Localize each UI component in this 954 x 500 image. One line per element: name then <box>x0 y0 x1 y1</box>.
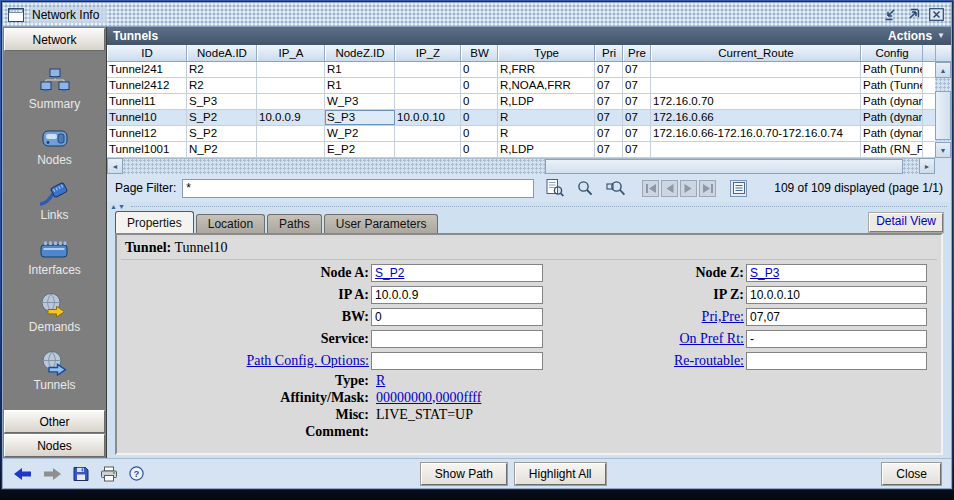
table-cell[interactable] <box>257 142 325 157</box>
table-cell[interactable]: Tunnel10 <box>107 110 187 125</box>
property-label-pri-pre[interactable]: Pri,Pre: <box>549 309 746 325</box>
table-cell[interactable]: S_P3 <box>187 94 257 109</box>
table-cell[interactable]: 0 <box>461 62 498 77</box>
table-cell[interactable]: 07 <box>623 126 651 141</box>
detail-view-button[interactable]: Detail View <box>869 213 943 232</box>
table-cell[interactable]: 07 <box>595 78 623 93</box>
table-cell[interactable]: 07 <box>595 142 623 157</box>
table-cell[interactable]: Path (dynam <box>861 94 923 109</box>
table-cell[interactable] <box>257 94 325 109</box>
zoom-area-button[interactable] <box>604 178 626 198</box>
last-page-button[interactable] <box>699 180 716 197</box>
table-row-tunnel1001[interactable]: Tunnel1001N_P2E_P20R,LDP0707Path (RN_P <box>107 142 935 158</box>
table-cell[interactable]: R <box>498 110 595 125</box>
table-cell[interactable]: N_P2 <box>187 142 257 157</box>
property-field-ip-z[interactable]: 10.0.0.10 <box>746 286 927 304</box>
close-button[interactable]: Close <box>882 463 941 485</box>
page-filter-input[interactable] <box>182 179 534 198</box>
table-cell[interactable]: 0 <box>461 126 498 141</box>
zoom-button[interactable] <box>574 178 596 198</box>
horizontal-scroll-thumb[interactable] <box>545 159 903 174</box>
table-cell[interactable]: Tunnel241 <box>107 62 187 77</box>
split-pane-divider[interactable]: ▲▼ <box>107 202 951 210</box>
tab-paths[interactable]: Paths <box>267 214 322 233</box>
table-cell[interactable]: 07 <box>623 62 651 77</box>
sidebar-item-links[interactable]: Links <box>40 182 70 222</box>
table-cell[interactable]: Path (Tunne <box>861 62 923 77</box>
column-header-pri[interactable]: Pri <box>595 45 623 61</box>
tab-user-parameters[interactable]: User Parameters <box>324 214 439 233</box>
table-cell[interactable]: Path (dynam <box>861 110 923 125</box>
column-header-current-route[interactable]: Current_Route <box>651 45 861 61</box>
table-cell[interactable]: S_P2 <box>187 110 257 125</box>
table-cell[interactable] <box>395 94 461 109</box>
highlight-all-button[interactable]: Highlight All <box>515 463 606 485</box>
column-header-nodez-id[interactable]: NodeZ.ID <box>325 45 395 61</box>
table-cell[interactable]: Tunnel1001 <box>107 142 187 157</box>
sidebar-item-nodes[interactable]: Nodes <box>37 127 72 167</box>
table-cell[interactable]: W_P2 <box>325 126 395 141</box>
column-header-type[interactable]: Type <box>498 45 595 61</box>
table-row-tunnel12[interactable]: Tunnel12S_P2W_P20R0707172.16.0.66-172.16… <box>107 126 935 142</box>
property-field-service[interactable] <box>371 330 543 348</box>
table-cell[interactable]: 07 <box>595 110 623 125</box>
column-header-ip-a[interactable]: IP_A <box>257 45 325 61</box>
table-cell[interactable]: 172.16.0.66 <box>651 110 861 125</box>
table-cell[interactable] <box>257 78 325 93</box>
show-path-button[interactable]: Show Path <box>421 463 507 485</box>
maximize-button[interactable] <box>903 6 923 23</box>
property-field-bw[interactable]: 0 <box>371 308 543 326</box>
forward-button[interactable] <box>43 467 62 481</box>
back-button[interactable] <box>13 467 32 481</box>
list-view-button[interactable] <box>730 180 747 197</box>
property-field-node-a[interactable]: S_P2 <box>371 264 543 282</box>
table-cell[interactable]: 10.0.0.9 <box>257 110 325 125</box>
table-cell[interactable]: Path (RN_P <box>861 142 923 157</box>
property-label-path-config-options[interactable]: Path Config. Options: <box>121 353 371 369</box>
table-cell[interactable]: Tunnel2412 <box>107 78 187 93</box>
property-field-on-pref-rt[interactable]: - <box>746 330 927 348</box>
property-value-link[interactable]: S_P3 <box>750 266 779 280</box>
table-cell[interactable]: 07 <box>595 126 623 141</box>
table-cell[interactable]: R2 <box>187 62 257 77</box>
table-cell[interactable]: R <box>498 126 595 141</box>
actions-menu-button[interactable]: Actions ▼ <box>888 29 945 43</box>
table-cell[interactable]: R,NOAA,FRR <box>498 78 595 93</box>
table-cell[interactable]: 0 <box>461 142 498 157</box>
column-header-bw[interactable]: BW <box>461 45 498 61</box>
table-row-tunnel2412[interactable]: Tunnel2412R2R10R,NOAA,FRR0707Path (Tunne <box>107 78 935 94</box>
restore-button[interactable] <box>880 6 900 23</box>
sidebar-item-demands[interactable]: Demands <box>29 292 80 334</box>
table-cell[interactable]: 07 <box>595 62 623 77</box>
property-field-node-z[interactable]: S_P3 <box>746 264 927 282</box>
table-cell[interactable]: 0 <box>461 110 498 125</box>
table-cell[interactable]: Tunnel12 <box>107 126 187 141</box>
help-button[interactable]: ? <box>129 466 144 481</box>
print-button[interactable] <box>100 466 118 482</box>
column-header-config[interactable]: Config <box>861 45 923 61</box>
scroll-left-icon[interactable]: ◄ <box>107 158 123 174</box>
table-cell[interactable] <box>651 62 861 77</box>
preview-button[interactable] <box>544 178 566 198</box>
table-cell[interactable]: R,LDP <box>498 94 595 109</box>
table-cell[interactable]: 0 <box>461 78 498 93</box>
property-value-link[interactable]: R <box>371 373 385 389</box>
table-cell[interactable]: 07 <box>623 78 651 93</box>
next-page-button[interactable] <box>680 180 697 197</box>
table-cell[interactable] <box>395 78 461 93</box>
property-field-ip-a[interactable]: 10.0.0.9 <box>371 286 543 304</box>
property-field-path-config-options[interactable] <box>371 352 543 370</box>
table-cell[interactable]: 10.0.0.10 <box>395 110 461 125</box>
sidebar-tab-nodes[interactable]: Nodes <box>4 434 105 457</box>
property-field-pri-pre[interactable]: 07,07 <box>746 308 927 326</box>
scroll-up-icon[interactable]: ▲ <box>935 62 951 78</box>
window-titlebar[interactable]: Network Info <box>3 3 951 27</box>
sidebar-tab-network[interactable]: Network <box>4 28 105 51</box>
sidebar-item-interfaces[interactable]: Interfaces <box>28 238 81 277</box>
property-value-link[interactable]: S_P2 <box>375 266 404 280</box>
sidebar-tab-other[interactable]: Other <box>4 410 105 433</box>
vertical-scroll-thumb[interactable] <box>935 91 951 140</box>
tab-location[interactable]: Location <box>196 214 265 233</box>
splitter-collapse-icons[interactable]: ▲▼ <box>110 203 126 210</box>
table-cell[interactable]: R2 <box>187 78 257 93</box>
